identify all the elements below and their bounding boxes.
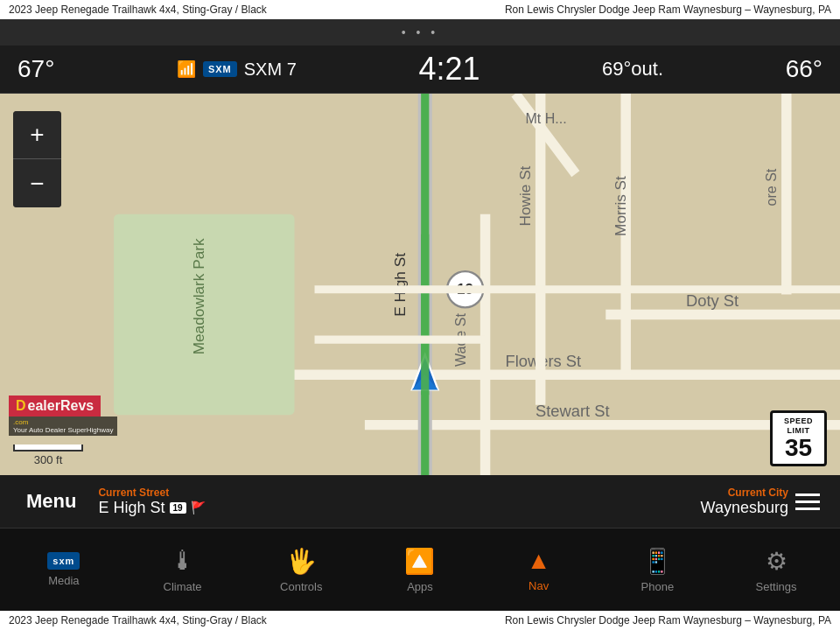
temp-left: 67° <box>18 55 54 83</box>
hamburger-button[interactable] <box>788 482 827 522</box>
dots-bar: • • • <box>0 19 840 46</box>
controls-icon: 🖐 <box>286 547 317 576</box>
zoom-out-button[interactable]: − <box>13 159 61 207</box>
temp-right: 66° <box>786 55 822 83</box>
settings-icon: ⚙ <box>766 547 788 576</box>
bottom-bar: 2023 Jeep Renegade Trailhawk 4x4, Sting-… <box>0 611 840 630</box>
svg-text:Howie St: Howie St <box>516 165 534 226</box>
signal-icon: 📶 <box>177 60 196 79</box>
top-dealer-info: Ron Lewis Chrysler Dodge Jeep Ram Waynes… <box>505 4 831 16</box>
svg-text:Morris St: Morris St <box>612 176 629 236</box>
zoom-controls: + − <box>13 111 61 207</box>
top-car-info: 2023 Jeep Renegade Trailhawk 4x4, Sting-… <box>9 4 267 16</box>
map-area[interactable]: Flowers St Stewart St Doty St E High St … <box>0 94 840 475</box>
speed-limit-label: SPEEDLIMIT <box>776 416 821 436</box>
route-badge: 19 <box>170 502 186 514</box>
nav-label-phone: Phone <box>641 580 675 593</box>
hamburger-line-1 <box>795 494 820 496</box>
main-content: • • • 67° 📶 SXM SXM 7 4:21 69°out. 66° <box>0 19 840 611</box>
svg-text:Mt H...: Mt H... <box>525 110 566 126</box>
svg-text:ore St: ore St <box>763 168 779 206</box>
radio-display: 📶 SXM SXM 7 <box>177 60 297 80</box>
dealer-tagline: .comYour Auto Dealer SuperHighway <box>9 416 117 436</box>
phone-icon: 📱 <box>642 547 673 576</box>
svg-text:Stewart St: Stewart St <box>536 402 610 420</box>
zoom-in-button[interactable]: + <box>13 111 61 159</box>
nav-label-controls: Controls <box>280 580 322 593</box>
nav-label-nav: Nav <box>528 579 549 592</box>
nav-item-nav[interactable]: ▲ Nav <box>504 542 574 597</box>
city-details: Current City Waynesburg <box>701 486 788 517</box>
infotainment-screen: 67° 📶 SXM SXM 7 4:21 69°out. 66° Flowers… <box>0 46 840 611</box>
speed-limit-value: 35 <box>776 436 821 460</box>
nav-item-climate[interactable]: 🌡 Climate <box>148 542 218 598</box>
hamburger-line-3 <box>795 508 820 510</box>
nav-item-apps[interactable]: 🔼 Apps <box>385 542 455 598</box>
svg-text:Meadowlark Park: Meadowlark Park <box>190 238 207 354</box>
dealer-logo-text: ealerRevs <box>28 398 94 414</box>
svg-text:E High St: E High St <box>391 253 409 317</box>
apps-icon: 🔼 <box>404 547 435 576</box>
nav-item-settings[interactable]: ⚙ Settings <box>741 542 811 598</box>
nav-item-phone[interactable]: 📱 Phone <box>622 542 692 598</box>
nav-label-settings: Settings <box>756 580 797 593</box>
street-details: Current Street E High St 19 🚩 <box>89 486 700 517</box>
bottom-nav-bar: sxm Media 🌡 Climate 🖐 Controls 🔼 Apps ▲ <box>0 528 840 611</box>
street-info-bar: Menu Current Street E High St 19 🚩 Curre… <box>0 475 840 528</box>
bottom-dealer-info: Ron Lewis Chrysler Dodge Jeep Ram Waynes… <box>505 614 831 626</box>
street-name-text: E High St <box>98 499 164 517</box>
status-bar: 67° 📶 SXM SXM 7 4:21 69°out. 66° <box>0 46 840 94</box>
scale-indicator: 300 ft <box>13 444 83 466</box>
nav-label-climate: Climate <box>164 580 202 593</box>
bottom-car-info: 2023 Jeep Renegade Trailhawk 4x4, Sting-… <box>9 614 267 626</box>
radio-channel: SXM 7 <box>244 60 297 80</box>
nav-label-media: Media <box>48 574 79 587</box>
speed-limit-sign: SPEEDLIMIT 35 <box>770 410 827 466</box>
hamburger-line-2 <box>795 500 820 503</box>
nav-item-controls[interactable]: 🖐 Controls <box>266 542 336 598</box>
sxm-badge: SXM <box>203 61 237 77</box>
dots-icon: • • • <box>402 25 438 39</box>
svg-text:Doty St: Doty St <box>686 291 738 310</box>
climate-icon: 🌡 <box>170 546 196 576</box>
nav-icon: ▲ <box>527 547 551 575</box>
outside-temp: 69°out. <box>602 58 663 80</box>
nav-label-apps: Apps <box>407 580 433 593</box>
city-name: Waynesburg <box>701 499 788 517</box>
dealer-watermark: D ealerRevs .comYour Auto Dealer SuperHi… <box>9 396 117 436</box>
street-name: E High St 19 🚩 <box>98 499 691 517</box>
nav-item-media[interactable]: sxm Media <box>29 548 99 592</box>
current-city-label: Current City <box>701 486 788 499</box>
top-bar: 2023 Jeep Renegade Trailhawk 4x4, Sting-… <box>0 0 840 19</box>
sxm-nav-icon: sxm <box>47 552 80 570</box>
route-flag-icon: 🚩 <box>191 500 206 514</box>
map-svg: Flowers St Stewart St Doty St E High St … <box>0 94 840 475</box>
current-street-label: Current Street <box>98 486 691 499</box>
dealer-logo-d: D <box>16 398 26 414</box>
scale-label: 300 ft <box>34 453 63 466</box>
clock: 4:21 <box>418 51 480 88</box>
scale-bar <box>13 444 83 452</box>
menu-button[interactable]: Menu <box>13 483 89 520</box>
